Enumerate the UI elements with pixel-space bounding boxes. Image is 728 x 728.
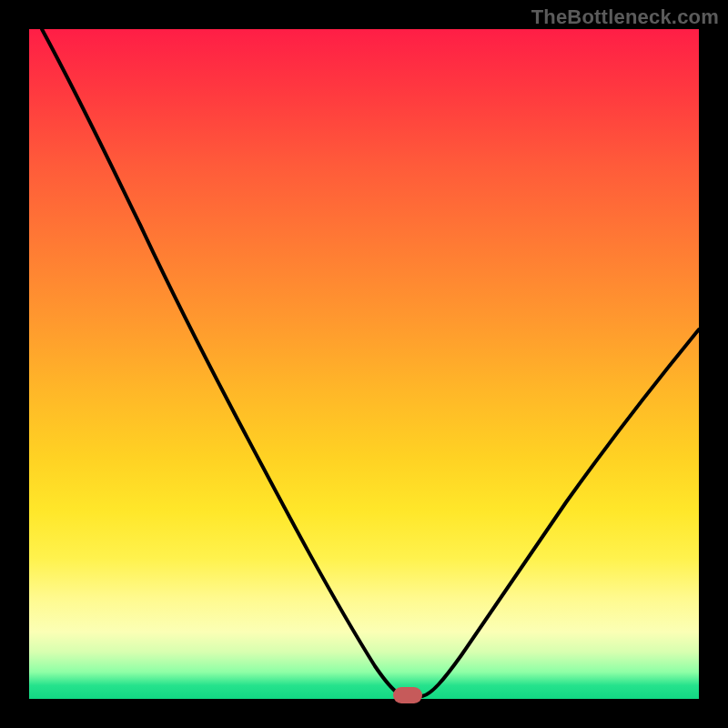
curve-path [42, 29, 699, 696]
chart-frame: TheBottleneck.com [0, 0, 728, 728]
bottleneck-minimum-marker [393, 687, 422, 703]
bottleneck-curve [29, 29, 699, 699]
watermark-text: TheBottleneck.com [531, 5, 719, 29]
